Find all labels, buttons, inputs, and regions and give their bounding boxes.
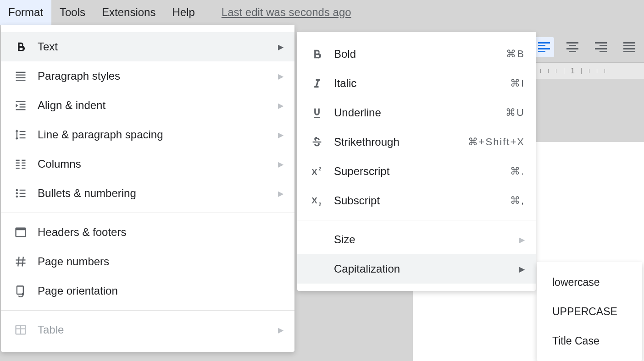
menu-item-page-numbers[interactable]: Page numbers	[1, 247, 294, 276]
menu-item-italic-label: Italic	[334, 77, 510, 90]
menu-item-superscript-shortcut: ⌘.	[510, 165, 525, 177]
menu-extensions[interactable]: Extensions	[94, 0, 164, 25]
menu-item-italic-shortcut: ⌘I	[510, 77, 525, 89]
svg-line-27	[18, 257, 19, 267]
align-justify-icon	[623, 42, 635, 52]
menu-divider	[297, 220, 536, 220]
menu-item-table-label: Table	[38, 323, 278, 336]
menu-item-superscript[interactable]: X2 Superscript ⌘.	[297, 157, 536, 186]
svg-text:2: 2	[319, 166, 322, 171]
toolbar-alignment-group	[529, 32, 644, 62]
menu-item-titlecase-label: Title Case	[552, 335, 629, 347]
menu-item-bullets-numbering-label: Bullets & numbering	[38, 187, 278, 200]
align-center-button[interactable]	[562, 37, 583, 57]
last-edit-link[interactable]: Last edit was seconds ago	[222, 6, 351, 19]
menu-item-headers-footers-label: Headers & footers	[38, 226, 283, 239]
menu-item-uppercase-label: UPPERCASE	[552, 306, 629, 318]
menu-item-capitalization[interactable]: Capitalization ▶	[297, 254, 536, 284]
align-right-icon	[595, 42, 607, 52]
menu-item-line-spacing-label: Line & paragraph spacing	[38, 128, 278, 141]
superscript-icon: X2	[308, 165, 326, 178]
menu-item-paragraph-styles[interactable]: Paragraph styles ▶	[1, 61, 294, 91]
page-numbers-icon	[12, 255, 29, 268]
menu-help-label: Help	[172, 6, 194, 18]
capitalization-submenu: lowercase UPPERCASE Title Case	[537, 262, 642, 361]
columns-icon	[12, 158, 29, 170]
text-submenu: Bold ⌘B Italic ⌘I Underline ⌘U Strikethr…	[297, 32, 536, 291]
menu-item-uppercase[interactable]: UPPERCASE	[537, 297, 642, 326]
format-dropdown: Text ▶ Paragraph styles ▶ Align & indent…	[1, 25, 294, 352]
svg-point-19	[16, 189, 18, 191]
menu-item-align-indent[interactable]: Align & indent ▶	[1, 91, 294, 120]
menu-item-lowercase[interactable]: lowercase	[537, 268, 642, 297]
svg-text:X: X	[311, 196, 317, 205]
chevron-right-icon: ▶	[278, 131, 283, 139]
menu-item-capitalization-label: Capitalization	[334, 263, 519, 275]
menu-item-page-numbers-label: Page numbers	[38, 255, 283, 268]
menu-format[interactable]: Format	[0, 0, 51, 25]
chevron-right-icon: ▶	[278, 101, 283, 110]
svg-rect-31	[17, 286, 23, 295]
menu-item-page-orientation-label: Page orientation	[38, 284, 283, 297]
svg-text:X: X	[311, 167, 317, 177]
menu-divider	[1, 310, 294, 311]
align-center-icon	[566, 42, 578, 52]
italic-icon	[308, 77, 326, 90]
menu-item-lowercase-label: lowercase	[552, 276, 629, 289]
menu-item-bold-shortcut: ⌘B	[506, 48, 525, 60]
svg-point-20	[16, 192, 18, 195]
menu-item-page-orientation[interactable]: Page orientation	[1, 276, 294, 306]
menu-item-columns[interactable]: Columns ▶	[1, 149, 294, 179]
svg-point-21	[16, 196, 18, 198]
menu-item-size[interactable]: Size ▶	[297, 225, 536, 254]
menu-item-underline[interactable]: Underline ⌘U	[297, 98, 536, 127]
svg-rect-26	[16, 228, 26, 230]
chevron-right-icon: ▶	[519, 235, 525, 244]
menu-item-strikethrough[interactable]: Strikethrough ⌘+Shift+X	[297, 127, 536, 157]
menu-item-italic[interactable]: Italic ⌘I	[297, 69, 536, 98]
ruler: 1	[534, 62, 644, 79]
menu-item-subscript[interactable]: X2 Subscript ⌘,	[297, 186, 536, 215]
menubar: Format Tools Extensions Help Last edit w…	[0, 0, 644, 25]
align-left-icon	[538, 42, 550, 52]
menu-format-label: Format	[8, 6, 43, 18]
underline-icon	[308, 106, 326, 119]
table-icon	[12, 323, 29, 336]
chevron-right-icon: ▶	[278, 326, 283, 334]
svg-line-28	[22, 257, 23, 267]
align-justify-button[interactable]	[619, 37, 639, 57]
last-edit-label: Last edit was seconds ago	[222, 6, 351, 18]
menu-extensions-label: Extensions	[102, 6, 155, 18]
strikethrough-icon	[308, 136, 326, 148]
chevron-right-icon: ▶	[278, 189, 283, 198]
align-right-button[interactable]	[591, 37, 611, 57]
menu-item-subscript-shortcut: ⌘,	[510, 195, 525, 207]
chevron-right-icon: ▶	[278, 43, 283, 51]
menu-tools-label: Tools	[60, 6, 85, 18]
align-indent-icon	[12, 99, 29, 112]
subscript-icon: X2	[308, 194, 326, 207]
menu-item-strikethrough-shortcut: ⌘+Shift+X	[468, 136, 525, 148]
ruler-label: 1	[571, 67, 575, 75]
menu-item-headers-footers[interactable]: Headers & footers	[1, 218, 294, 247]
menu-item-bold-label: Bold	[334, 48, 506, 60]
menu-item-bold[interactable]: Bold ⌘B	[297, 39, 536, 69]
menu-item-bullets-numbering[interactable]: Bullets & numbering ▶	[1, 179, 294, 208]
headers-footers-icon	[12, 226, 29, 239]
menu-tools[interactable]: Tools	[51, 0, 94, 25]
menu-item-titlecase[interactable]: Title Case	[537, 326, 642, 356]
menu-item-table[interactable]: Table ▶	[1, 315, 294, 345]
chevron-right-icon: ▶	[278, 160, 283, 169]
menu-item-text[interactable]: Text ▶	[1, 32, 294, 61]
menu-item-text-label: Text	[38, 40, 278, 53]
menu-item-size-label: Size	[334, 233, 519, 246]
menu-item-line-spacing[interactable]: Line & paragraph spacing ▶	[1, 120, 294, 149]
align-left-button[interactable]	[534, 37, 554, 57]
paragraph-styles-icon	[12, 70, 29, 82]
menu-item-subscript-label: Subscript	[334, 194, 510, 207]
chevron-right-icon: ▶	[519, 265, 525, 273]
bold-icon	[12, 40, 29, 53]
menu-item-align-indent-label: Align & indent	[38, 99, 278, 112]
menu-item-paragraph-styles-label: Paragraph styles	[38, 70, 278, 82]
menu-help[interactable]: Help	[164, 0, 203, 25]
